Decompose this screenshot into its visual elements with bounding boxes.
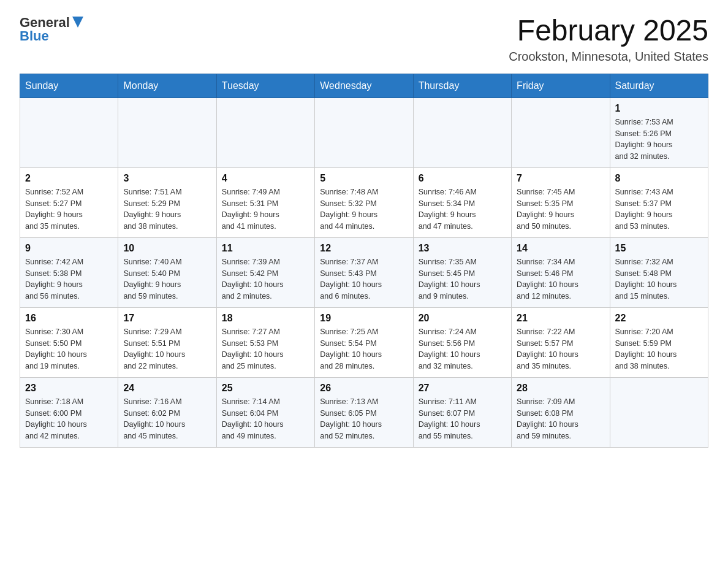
calendar-row: 23Sunrise: 7:18 AM Sunset: 6:00 PM Dayli… [20,377,708,447]
day-info: Sunrise: 7:30 AM Sunset: 5:50 PM Dayligh… [25,326,113,372]
day-info: Sunrise: 7:53 AM Sunset: 5:26 PM Dayligh… [615,117,703,163]
day-info: Sunrise: 7:45 AM Sunset: 5:35 PM Dayligh… [517,186,604,232]
calendar-row: 1Sunrise: 7:53 AM Sunset: 5:26 PM Daylig… [20,98,708,167]
day-number: 23 [25,383,113,394]
calendar-cell: 28Sunrise: 7:09 AM Sunset: 6:08 PM Dayli… [512,377,610,447]
day-number: 10 [123,243,211,254]
weekday-header-wednesday: Wednesday [315,74,413,98]
day-number: 6 [419,173,506,184]
day-info: Sunrise: 7:25 AM Sunset: 5:54 PM Dayligh… [320,326,408,372]
day-number: 11 [222,243,309,254]
calendar-cell: 22Sunrise: 7:20 AM Sunset: 5:59 PM Dayli… [610,307,708,377]
day-number: 12 [320,243,408,254]
calendar-cell: 19Sunrise: 7:25 AM Sunset: 5:54 PM Dayli… [315,307,413,377]
calendar-cell: 6Sunrise: 7:46 AM Sunset: 5:34 PM Daylig… [413,167,511,237]
calendar-header-row: SundayMondayTuesdayWednesdayThursdayFrid… [20,74,708,98]
day-info: Sunrise: 7:48 AM Sunset: 5:32 PM Dayligh… [320,186,408,232]
calendar-cell [20,98,118,167]
day-info: Sunrise: 7:34 AM Sunset: 5:46 PM Dayligh… [517,256,604,302]
calendar-cell: 1Sunrise: 7:53 AM Sunset: 5:26 PM Daylig… [610,98,708,167]
month-title: February 2025 [509,15,708,47]
day-info: Sunrise: 7:27 AM Sunset: 5:53 PM Dayligh… [222,326,309,372]
calendar-cell: 8Sunrise: 7:43 AM Sunset: 5:37 PM Daylig… [610,167,708,237]
day-number: 15 [615,243,703,254]
calendar-row: 2Sunrise: 7:52 AM Sunset: 5:27 PM Daylig… [20,167,708,237]
day-number: 17 [123,313,211,324]
calendar-cell: 17Sunrise: 7:29 AM Sunset: 5:51 PM Dayli… [118,307,216,377]
day-number: 9 [25,243,113,254]
day-info: Sunrise: 7:18 AM Sunset: 6:00 PM Dayligh… [25,396,113,442]
weekday-header-sunday: Sunday [20,74,118,98]
calendar-cell [610,377,708,447]
calendar-cell: 14Sunrise: 7:34 AM Sunset: 5:46 PM Dayli… [512,237,610,307]
calendar-cell: 10Sunrise: 7:40 AM Sunset: 5:40 PM Dayli… [118,237,216,307]
day-info: Sunrise: 7:46 AM Sunset: 5:34 PM Dayligh… [419,186,506,232]
calendar-row: 9Sunrise: 7:42 AM Sunset: 5:38 PM Daylig… [20,237,708,307]
calendar-cell: 3Sunrise: 7:51 AM Sunset: 5:29 PM Daylig… [118,167,216,237]
day-info: Sunrise: 7:49 AM Sunset: 5:31 PM Dayligh… [222,186,309,232]
calendar-cell: 9Sunrise: 7:42 AM Sunset: 5:38 PM Daylig… [20,237,118,307]
weekday-header-thursday: Thursday [413,74,511,98]
day-info: Sunrise: 7:32 AM Sunset: 5:48 PM Dayligh… [615,256,703,302]
logo: General Blue [20,15,83,44]
logo-blue-text: Blue [20,28,49,44]
calendar-cell [118,98,216,167]
calendar-cell: 20Sunrise: 7:24 AM Sunset: 5:56 PM Dayli… [413,307,511,377]
weekday-header-monday: Monday [118,74,216,98]
day-info: Sunrise: 7:40 AM Sunset: 5:40 PM Dayligh… [123,256,211,302]
day-info: Sunrise: 7:16 AM Sunset: 6:02 PM Dayligh… [123,396,211,442]
day-number: 8 [615,173,703,184]
day-number: 28 [517,383,604,394]
calendar-cell [216,98,314,167]
day-number: 13 [419,243,506,254]
location-subtitle: Crookston, Minnesota, United States [509,50,708,64]
day-info: Sunrise: 7:43 AM Sunset: 5:37 PM Dayligh… [615,186,703,232]
day-number: 22 [615,313,703,324]
calendar-cell: 25Sunrise: 7:14 AM Sunset: 6:04 PM Dayli… [216,377,314,447]
day-number: 27 [419,383,506,394]
day-number: 2 [25,173,113,184]
day-info: Sunrise: 7:09 AM Sunset: 6:08 PM Dayligh… [517,396,604,442]
calendar-cell: 27Sunrise: 7:11 AM Sunset: 6:07 PM Dayli… [413,377,511,447]
day-number: 5 [320,173,408,184]
calendar-cell: 24Sunrise: 7:16 AM Sunset: 6:02 PM Dayli… [118,377,216,447]
day-number: 16 [25,313,113,324]
day-info: Sunrise: 7:13 AM Sunset: 6:05 PM Dayligh… [320,396,408,442]
day-number: 24 [123,383,211,394]
calendar-cell [315,98,413,167]
weekday-header-tuesday: Tuesday [216,74,314,98]
day-info: Sunrise: 7:51 AM Sunset: 5:29 PM Dayligh… [123,186,211,232]
calendar-cell: 16Sunrise: 7:30 AM Sunset: 5:50 PM Dayli… [20,307,118,377]
calendar-cell: 13Sunrise: 7:35 AM Sunset: 5:45 PM Dayli… [413,237,511,307]
title-block: February 2025 Crookston, Minnesota, Unit… [509,15,708,64]
day-number: 7 [517,173,604,184]
day-info: Sunrise: 7:14 AM Sunset: 6:04 PM Dayligh… [222,396,309,442]
calendar-cell: 21Sunrise: 7:22 AM Sunset: 5:57 PM Dayli… [512,307,610,377]
day-number: 4 [222,173,309,184]
day-number: 18 [222,313,309,324]
calendar-cell: 7Sunrise: 7:45 AM Sunset: 5:35 PM Daylig… [512,167,610,237]
day-number: 14 [517,243,604,254]
day-number: 21 [517,313,604,324]
calendar-cell: 12Sunrise: 7:37 AM Sunset: 5:43 PM Dayli… [315,237,413,307]
day-info: Sunrise: 7:42 AM Sunset: 5:38 PM Dayligh… [25,256,113,302]
calendar-table: SundayMondayTuesdayWednesdayThursdayFrid… [20,74,708,448]
day-number: 19 [320,313,408,324]
day-info: Sunrise: 7:35 AM Sunset: 5:45 PM Dayligh… [419,256,506,302]
calendar-cell [413,98,511,167]
page-header: General Blue February 2025 Crookston, Mi… [20,15,708,64]
calendar-cell: 18Sunrise: 7:27 AM Sunset: 5:53 PM Dayli… [216,307,314,377]
day-info: Sunrise: 7:37 AM Sunset: 5:43 PM Dayligh… [320,256,408,302]
calendar-cell: 5Sunrise: 7:48 AM Sunset: 5:32 PM Daylig… [315,167,413,237]
day-number: 20 [419,313,506,324]
calendar-cell: 4Sunrise: 7:49 AM Sunset: 5:31 PM Daylig… [216,167,314,237]
calendar-cell: 26Sunrise: 7:13 AM Sunset: 6:05 PM Dayli… [315,377,413,447]
calendar-cell: 15Sunrise: 7:32 AM Sunset: 5:48 PM Dayli… [610,237,708,307]
calendar-cell: 23Sunrise: 7:18 AM Sunset: 6:00 PM Dayli… [20,377,118,447]
day-number: 1 [615,103,703,114]
day-info: Sunrise: 7:22 AM Sunset: 5:57 PM Dayligh… [517,326,604,372]
calendar-row: 16Sunrise: 7:30 AM Sunset: 5:50 PM Dayli… [20,307,708,377]
calendar-cell: 2Sunrise: 7:52 AM Sunset: 5:27 PM Daylig… [20,167,118,237]
logo-triangle-icon [72,17,83,28]
day-number: 26 [320,383,408,394]
